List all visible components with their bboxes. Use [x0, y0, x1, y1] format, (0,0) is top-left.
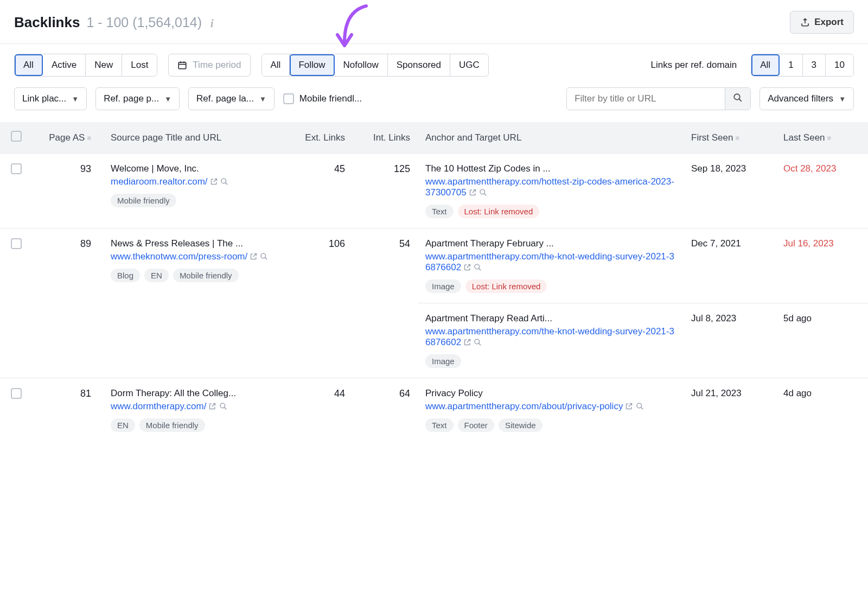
lpd-3[interactable]: 3: [803, 54, 826, 76]
export-icon: [800, 17, 810, 27]
svg-rect-0: [179, 62, 187, 69]
target-url[interactable]: www.apartmenttherapy.com/hottest-zip-cod…: [425, 176, 674, 198]
lpd-10[interactable]: 10: [826, 54, 853, 76]
search-icon[interactable]: [479, 188, 487, 196]
search-input[interactable]: [567, 88, 725, 110]
row-checkbox[interactable]: [11, 163, 22, 174]
mobile-friendly-label: Mobile friendl...: [299, 93, 362, 104]
status-lost[interactable]: Lost: [122, 54, 157, 76]
lost-tag: Lost: Link removed: [465, 279, 547, 293]
rel-follow[interactable]: Follow: [290, 54, 334, 76]
col-first-seen[interactable]: First Seen≡: [684, 122, 776, 154]
first-seen: Jul 8, 2023: [684, 303, 776, 378]
status-all[interactable]: All: [15, 54, 43, 76]
anchor-block: Apartment Therapy February ... www.apart…: [425, 238, 676, 293]
select-all-checkbox[interactable]: [11, 131, 22, 142]
rel-sponsored[interactable]: Sponsored: [388, 54, 450, 76]
chevron-down-icon: ▼: [259, 95, 266, 103]
lpd-group: All 1 3 10: [751, 54, 854, 77]
col-int-links[interactable]: Int. Links: [353, 122, 418, 154]
anchor-block: Privacy Policy www.apartmenttherapy.com/…: [425, 388, 676, 432]
search-icon[interactable]: [219, 402, 227, 410]
col-anchor[interactable]: Anchor and Target URL: [418, 122, 684, 154]
sort-icon: ≡: [87, 134, 91, 142]
svg-point-4: [261, 253, 266, 258]
col-ext-links[interactable]: Ext. Links: [288, 122, 353, 154]
search-icon[interactable]: [636, 402, 644, 410]
search-icon[interactable]: [220, 177, 228, 186]
source-title: Welcome | Move, Inc.: [111, 163, 280, 174]
svg-point-2: [221, 179, 226, 183]
mobile-friendly-checkbox[interactable]: [283, 93, 294, 104]
int-links-value: 64: [353, 378, 418, 442]
svg-point-8: [636, 403, 641, 408]
external-link-icon[interactable]: [250, 252, 258, 260]
rel-filter-group: All Follow Nofollow Sponsored UGC: [261, 54, 489, 77]
row-checkbox[interactable]: [11, 238, 22, 249]
tag: Blog: [111, 269, 140, 282]
lpd-1[interactable]: 1: [780, 54, 802, 76]
external-link-icon[interactable]: [469, 188, 477, 196]
external-link-icon[interactable]: [210, 177, 218, 186]
rel-all[interactable]: All: [262, 54, 290, 76]
svg-point-7: [220, 403, 225, 408]
int-links-value: 54: [353, 228, 418, 378]
rel-ugc[interactable]: UGC: [450, 54, 488, 76]
source-url[interactable]: www.dormtherapy.com/: [111, 401, 206, 411]
links-per-domain-label: Links per ref. domain: [650, 60, 737, 71]
source-url[interactable]: mediaroom.realtor.com/: [111, 176, 208, 187]
sort-icon: ≡: [735, 134, 739, 142]
first-seen: Sep 18, 2023: [684, 154, 776, 228]
target-url[interactable]: www.apartmenttherapy.com/about/privacy-p…: [425, 401, 623, 411]
external-link-icon[interactable]: [625, 402, 633, 410]
status-new[interactable]: New: [86, 54, 122, 76]
ref-page-lang-dropdown[interactable]: Ref. page la...▼: [188, 87, 275, 110]
link-placement-dropdown[interactable]: Link plac...▼: [14, 87, 87, 110]
anchor-title: Apartment Therapy February ...: [425, 238, 599, 249]
row-checkbox[interactable]: [11, 388, 22, 399]
tag: Text: [425, 205, 454, 218]
source-cell: Welcome | Move, Inc. mediaroom.realtor.c…: [103, 154, 288, 228]
target-url[interactable]: www.apartmenttherapy.com/the-knot-weddin…: [425, 326, 674, 347]
calendar-icon: [177, 60, 187, 70]
export-button[interactable]: Export: [790, 11, 854, 34]
table-row: 81 Dorm Therapy: All the Colleg... www.d…: [0, 378, 868, 442]
ref-page-p-dropdown[interactable]: Ref. page p...▼: [95, 87, 180, 110]
external-link-icon[interactable]: [463, 263, 471, 271]
info-icon[interactable]: i: [210, 17, 214, 30]
external-link-icon[interactable]: [463, 338, 471, 346]
search-button[interactable]: [725, 88, 750, 110]
page-as-value: 93: [33, 154, 103, 228]
source-url[interactable]: www.theknotww.com/press-room/: [111, 251, 247, 262]
target-url[interactable]: www.apartmenttherapy.com/the-knot-weddin…: [425, 251, 674, 272]
source-title: Dorm Therapy: All the Colleg...: [111, 388, 280, 399]
sort-icon: ≡: [827, 134, 832, 142]
int-links-value: 125: [353, 154, 418, 228]
tag: EN: [111, 418, 135, 432]
backlinks-table: Page AS≡ Source page Title and URL Ext. …: [0, 122, 868, 442]
last-seen: Jul 16, 2023: [776, 228, 868, 303]
search-icon: [733, 93, 743, 103]
export-label: Export: [814, 17, 844, 28]
search-icon[interactable]: [474, 338, 482, 346]
col-page-as[interactable]: Page AS≡: [33, 122, 103, 154]
status-active[interactable]: Active: [43, 54, 86, 76]
advanced-filters-dropdown[interactable]: Advanced filters▼: [760, 87, 854, 110]
svg-point-3: [480, 189, 485, 194]
external-link-icon[interactable]: [208, 402, 216, 410]
tag: Image: [425, 279, 461, 293]
col-source[interactable]: Source page Title and URL: [103, 122, 288, 154]
lpd-all[interactable]: All: [751, 54, 780, 76]
rel-nofollow[interactable]: Nofollow: [335, 54, 388, 76]
tag: Sitewide: [499, 418, 542, 432]
time-period-label: Time period: [193, 60, 241, 71]
time-period-button[interactable]: Time period: [168, 54, 250, 77]
search-icon[interactable]: [474, 263, 482, 271]
tag: EN: [144, 269, 169, 282]
search-icon[interactable]: [260, 252, 268, 260]
tag: Footer: [458, 418, 494, 432]
svg-point-5: [475, 264, 480, 269]
tag: Mobile friendly: [111, 194, 176, 207]
ext-links-value: 44: [288, 378, 353, 442]
col-last-seen[interactable]: Last Seen≡: [776, 122, 868, 154]
